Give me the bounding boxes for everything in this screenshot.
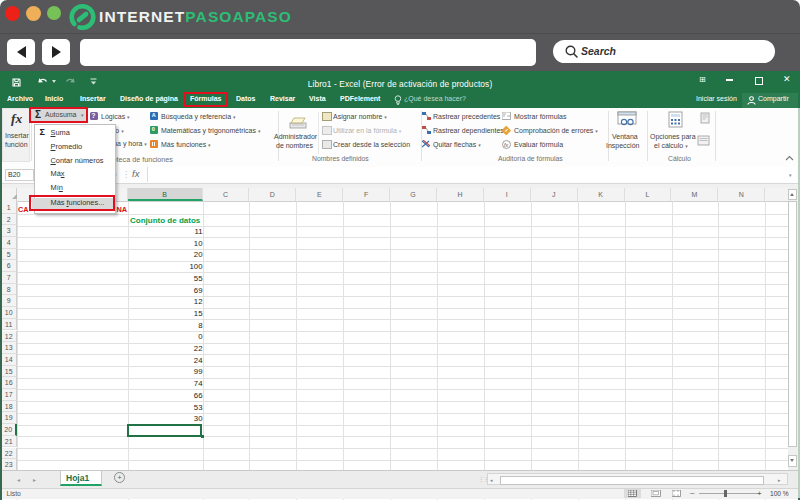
svg-text:fx: fx [504, 142, 508, 148]
